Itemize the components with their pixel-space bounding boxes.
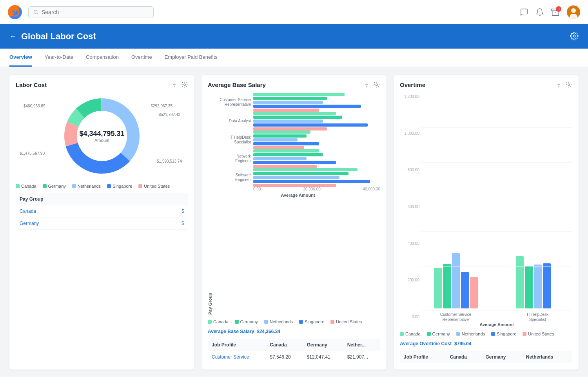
tab-employer-paid[interactable]: Employer Paid Benefits <box>165 49 218 67</box>
inbox-icon[interactable]: 3 <box>551 8 560 16</box>
avg-salary-title: Average Base Salary <box>208 82 266 88</box>
labor-cost-icons[interactable] <box>171 81 188 88</box>
donut-label-singapore: $1,475,567.90 <box>20 151 45 156</box>
col-germany: Germany <box>303 339 343 351</box>
search-box[interactable] <box>28 6 154 18</box>
card-header-salary: Average Base Salary <box>208 81 380 88</box>
gear-icon-salary[interactable] <box>373 81 380 88</box>
overtime-stat: Average Overtime Cost $795.04 <box>400 341 572 346</box>
legend-canada: Canada <box>16 184 36 188</box>
labor-cost-title: Labor Cost <box>16 82 47 88</box>
vbar-xaxis: Customer ServiceRepresentative IT HelpDe… <box>421 312 572 322</box>
svg-point-20 <box>376 84 378 86</box>
tab-bar: Overview Year-to-Date Compensation Overt… <box>0 49 588 67</box>
filter-icon-overtime[interactable] <box>555 81 562 88</box>
tab-compensation[interactable]: Compensation <box>86 49 119 67</box>
vbar-canada-csr <box>434 268 442 308</box>
nav-right: 3 <box>520 5 580 19</box>
svg-point-11 <box>184 84 186 86</box>
overtime-card-icons[interactable] <box>555 81 572 88</box>
legend-singapore: Singapore <box>107 184 132 188</box>
legend-dot-netherlands <box>72 184 76 188</box>
salary-xlabel: Average Amount <box>216 193 380 198</box>
pay-group-germany[interactable]: Germany <box>16 218 145 230</box>
overtime-legend: Canada Germany Netherlands Singapore Uni… <box>400 332 572 336</box>
vbar-bars <box>421 93 572 310</box>
donut-label-canada: $292,967.35 <box>151 104 172 108</box>
settings-icon[interactable] <box>570 32 579 42</box>
pay-group-canada[interactable]: Canada <box>16 205 145 218</box>
vbar-content: Customer ServiceRepresentative IT HelpDe… <box>421 93 572 327</box>
legend-dot-canada <box>16 184 20 188</box>
col-pay-group: Pay Group <box>16 193 145 205</box>
user-avatar[interactable] <box>567 5 580 19</box>
overtime-title: Overtime <box>400 82 425 88</box>
salary-table: Job Profile Canada Germany Nether... Cus… <box>208 339 380 363</box>
search-icon <box>33 9 38 15</box>
page-title: Global Labor Cost <box>21 31 96 42</box>
svg-point-7 <box>573 35 575 37</box>
chat-icon[interactable] <box>520 8 528 16</box>
amount-canada: $ <box>145 205 188 218</box>
legend-dot-germany <box>43 184 47 188</box>
salary-legend: Canada Germany Netherlands Singapore Uni… <box>208 319 380 324</box>
hbar-row-csr: Customer ServiceRepresentative <box>216 93 380 112</box>
search-input[interactable] <box>42 9 149 15</box>
col-amount <box>145 193 188 205</box>
hbar-row-da: Data Analyst <box>216 112 380 130</box>
main-content: Labor Cost <box>0 67 588 377</box>
card-header-labor: Labor Cost <box>16 81 188 88</box>
vbar-singapore-csr <box>461 272 469 308</box>
donut-label-us: $460,963.89 <box>24 104 45 108</box>
col-canada-ot: Canada <box>446 351 482 363</box>
tab-ytd[interactable]: Year-to-Date <box>45 49 73 67</box>
filter-icon-salary[interactable] <box>363 81 370 88</box>
avg-base-salary-card: Average Base Salary Pay Group Customer <box>201 75 387 370</box>
xaxis-salary: 0.0020,000.0040,000.00 <box>216 187 380 191</box>
vbar-canada-it <box>516 256 524 308</box>
table-row: Customer Service $7,546.20 $12,047.41 $2… <box>208 351 380 363</box>
table-row: Germany $ <box>16 218 188 230</box>
job-profile-cs[interactable]: Customer Service <box>208 351 266 363</box>
notification-icon[interactable] <box>535 8 544 16</box>
back-button[interactable]: ← <box>9 33 16 41</box>
hbar-row-ne: NetworkEngineer <box>216 149 380 168</box>
overtime-card: Overtime 1,200.001,000.00800.00600.00400… <box>394 75 579 370</box>
gear-icon-overtime[interactable] <box>565 81 572 88</box>
vbar-group-it <box>503 246 572 308</box>
vbar-germany-it <box>525 266 533 308</box>
col-netherlands-ot: Netherlands <box>522 351 572 363</box>
col-nether: Nether... <box>343 339 380 351</box>
workday-logo <box>8 5 22 19</box>
header-bar: ← Global Labor Cost <box>0 24 588 49</box>
legend-dot-us <box>138 184 142 188</box>
vbar-yaxis: 1,200.001,000.00800.00600.00400.00200.00… <box>400 93 421 327</box>
salary-ylabel: Pay Group <box>208 93 212 315</box>
table-row: Canada $ <box>16 205 188 218</box>
legend-germany: Germany <box>43 184 66 188</box>
card-header-overtime: Overtime <box>400 81 572 88</box>
salary-card-icons[interactable] <box>363 81 380 88</box>
col-germany-ot: Germany <box>482 351 522 363</box>
col-job-profile-ot: Job Profile <box>400 351 446 363</box>
vbar-netherlands-csr <box>452 253 460 308</box>
donut-center: $4,344,795.31 Amount <box>79 130 124 143</box>
svg-point-0 <box>34 10 37 13</box>
vbar-chart-wrapper: 1,200.001,000.00800.00600.00400.00200.00… <box>400 93 572 327</box>
tab-overview[interactable]: Overview <box>9 49 32 67</box>
salary-stat: Average Base Salary $24,366.34 <box>208 329 380 334</box>
tab-overtime[interactable]: Overtime <box>131 49 152 67</box>
gear-icon[interactable] <box>181 81 188 88</box>
filter-icon[interactable] <box>171 81 178 88</box>
labor-table: Pay Group Canada $ Germany $ <box>16 193 188 230</box>
donut-amount: $4,344,795.31 <box>79 130 124 138</box>
vbar-singapore-it <box>543 263 551 308</box>
legend-netherlands: Netherlands <box>72 184 101 188</box>
donut-label: Amount <box>79 138 124 143</box>
vbar-group-csr <box>421 246 490 308</box>
vbar-netherlands-it <box>534 265 542 308</box>
col-job-profile: Job Profile <box>208 339 266 351</box>
amount-germany: $ <box>145 218 188 230</box>
inbox-badge: 3 <box>556 6 561 12</box>
hbar-row-se: SoftwareEngineer <box>216 168 380 187</box>
